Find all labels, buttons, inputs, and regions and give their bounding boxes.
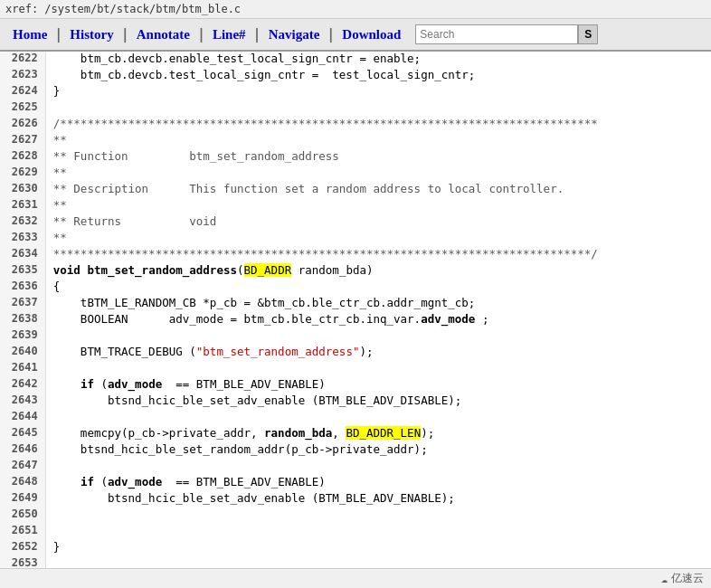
line-code (45, 410, 711, 426)
nav-bar: Home | History | Annotate | Line# | Navi… (0, 19, 711, 52)
line-number: 2638 (0, 312, 45, 328)
table-row: 2634 ***********************************… (0, 247, 711, 263)
line-number: 2627 (0, 133, 45, 149)
line-code: /***************************************… (45, 117, 711, 133)
table-row: 2633 ** (0, 231, 711, 247)
line-code: btm_cb.devcb.enable_test_local_sign_cntr… (45, 52, 711, 68)
line-number: 2643 (0, 394, 45, 410)
line-number: 2641 (0, 361, 45, 377)
nav-navigate[interactable]: Navigate (261, 24, 327, 46)
nav-download[interactable]: Download (335, 24, 408, 46)
table-row: 2638 BOOLEAN adv_mode = btm_cb.ble_ctr_c… (0, 312, 711, 328)
table-row: 2624 } (0, 84, 711, 100)
sep-1: | (54, 26, 62, 43)
line-code: btm_cb.devcb.test_local_sign_cntr = test… (45, 68, 711, 84)
table-row: 2635 void btm_set_random_address(BD_ADDR… (0, 263, 711, 280)
table-row: 2625 (0, 100, 711, 117)
line-code: ** (45, 231, 711, 247)
table-row: 2630 ** Description This function set a … (0, 182, 711, 198)
line-code: btsnd_hcic_ble_set_adv_enable (BTM_BLE_A… (45, 491, 711, 507)
line-code: BTM_TRACE_DEBUG ("btm_set_random_address… (45, 345, 711, 361)
nav-home[interactable]: Home (5, 24, 54, 46)
line-code: tBTM_LE_RANDOM_CB *p_cb = &btm_cb.ble_ct… (45, 296, 711, 312)
line-number: 2646 (0, 442, 45, 459)
table-row: 2628 ** Function btm_set_random_address (0, 149, 711, 166)
table-row: 2623 btm_cb.devcb.test_local_sign_cntr =… (0, 68, 711, 84)
line-number: 2624 (0, 84, 45, 100)
table-row: 2631 ** (0, 198, 711, 214)
line-code (45, 524, 711, 540)
sep-4: | (253, 26, 261, 43)
sep-5: | (327, 26, 335, 43)
line-number: 2648 (0, 475, 45, 491)
search-input[interactable] (415, 24, 578, 44)
table-row: 2651 (0, 524, 711, 540)
table-row: 2644 (0, 410, 711, 426)
line-number: 2651 (0, 524, 45, 540)
line-number: 2647 (0, 459, 45, 475)
line-code: btsnd_hcic_ble_set_adv_enable (BTM_BLE_A… (45, 394, 711, 410)
line-number: 2634 (0, 247, 45, 263)
line-number: 2628 (0, 149, 45, 166)
line-number: 2637 (0, 296, 45, 312)
table-row: 2629 ** (0, 166, 711, 182)
code-table: 2622 btm_cb.devcb.enable_test_local_sign… (0, 52, 711, 573)
line-number: 2629 (0, 166, 45, 182)
line-number: 2650 (0, 507, 45, 524)
watermark-text: 亿速云 (671, 571, 704, 586)
line-number: 2632 (0, 214, 45, 231)
sep-2: | (121, 26, 129, 43)
nav-lineno[interactable]: Line# (205, 24, 253, 46)
watermark-icon: ☁ (661, 573, 668, 585)
table-row: 2632 ** Returns void (0, 214, 711, 231)
line-code (45, 100, 711, 117)
table-row: 2646 btsnd_hcic_ble_set_random_addr(p_cb… (0, 442, 711, 459)
table-row: 2650 (0, 507, 711, 524)
line-code: ** (45, 133, 711, 149)
table-row: 2647 (0, 459, 711, 475)
line-number: 2635 (0, 263, 45, 280)
nav-history[interactable]: History (62, 24, 120, 46)
code-area[interactable]: 2622 btm_cb.devcb.enable_test_local_sign… (0, 52, 711, 585)
line-number: 2633 (0, 231, 45, 247)
line-code: if (adv_mode == BTM_BLE_ADV_ENABLE) (45, 377, 711, 394)
line-code: ** (45, 166, 711, 182)
line-number: 2626 (0, 117, 45, 133)
line-code: btsnd_hcic_ble_set_random_addr(p_cb->pri… (45, 442, 711, 459)
line-code: } (45, 540, 711, 556)
line-code (45, 328, 711, 345)
nav-annotate[interactable]: Annotate (129, 24, 197, 46)
line-code (45, 459, 711, 475)
path-bar: xref: /system/bt/stack/btm/btm_ble.c (0, 0, 711, 19)
table-row: 2642 if (adv_mode == BTM_BLE_ADV_ENABLE) (0, 377, 711, 394)
search-button[interactable]: S (578, 24, 598, 44)
line-number: 2644 (0, 410, 45, 426)
table-row: 2648 if (adv_mode == BTM_BLE_ADV_ENABLE) (0, 475, 711, 491)
line-number: 2636 (0, 280, 45, 296)
line-number: 2625 (0, 100, 45, 117)
line-code: ****************************************… (45, 247, 711, 263)
table-row: 2636 { (0, 280, 711, 296)
table-row: 2627 ** (0, 133, 711, 149)
line-number: 2622 (0, 52, 45, 68)
line-number: 2640 (0, 345, 45, 361)
line-number: 2623 (0, 68, 45, 84)
line-number: 2642 (0, 377, 45, 394)
line-number: 2649 (0, 491, 45, 507)
line-code: if (adv_mode == BTM_BLE_ADV_ENABLE) (45, 475, 711, 491)
line-code: ** (45, 198, 711, 214)
line-code (45, 361, 711, 377)
line-number: 2652 (0, 540, 45, 556)
line-code: ** Description This function set a rando… (45, 182, 711, 198)
line-number: 2645 (0, 426, 45, 442)
table-row: 2649 btsnd_hcic_ble_set_adv_enable (BTM_… (0, 491, 711, 507)
line-number: 2630 (0, 182, 45, 198)
table-row: 2626 /**********************************… (0, 117, 711, 133)
sep-3: | (197, 26, 205, 43)
line-code: ** Returns void (45, 214, 711, 231)
line-code: } (45, 84, 711, 100)
table-row: 2637 tBTM_LE_RANDOM_CB *p_cb = &btm_cb.b… (0, 296, 711, 312)
table-row: 2640 BTM_TRACE_DEBUG ("btm_set_random_ad… (0, 345, 711, 361)
table-row: 2652 } (0, 540, 711, 556)
line-code: memcpy(p_cb->private_addr, random_bda, B… (45, 426, 711, 442)
